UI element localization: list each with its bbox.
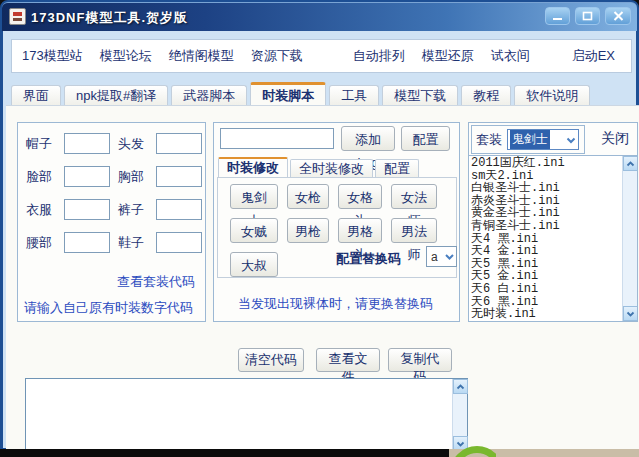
menu-item-jueqingge-models[interactable]: 绝情阁模型 (169, 47, 234, 65)
menu-item-model-forum[interactable]: 模型论坛 (100, 47, 152, 65)
class-button-female-thief[interactable]: 女贼 (230, 218, 278, 243)
fashion-code-fields: 帽子 头发 脸部 胸部 衣服 裤子 腰部 鞋子 (26, 133, 198, 253)
waist-label: 腰部 (26, 234, 56, 252)
chevron-down-icon (626, 310, 635, 318)
menu-item-resource-download[interactable]: 资源下载 (251, 47, 303, 65)
chest-label: 胸部 (118, 168, 148, 186)
copy-code-button[interactable]: 复制代码 (388, 348, 452, 372)
list-item[interactable]: 天4 金.ini (471, 245, 621, 258)
code-entry-hint: 请输入自己原有时装数字代码 (24, 299, 193, 317)
clothes-input[interactable] (64, 199, 110, 220)
app-window: 173DNF模型工具.贺岁版 173模型站 模型论坛 绝情阁模型 资源下载 自动… (0, 0, 639, 451)
tab-weapon-script[interactable]: 武器脚本 (171, 85, 247, 106)
img-path-input[interactable] (220, 128, 334, 149)
minimize-button[interactable] (545, 7, 570, 25)
tab-tutorial[interactable]: 教程 (461, 85, 511, 106)
clothes-label: 衣服 (26, 201, 56, 219)
menu-bar: 173模型站 模型论坛 绝情阁模型 资源下载 自动排列 模型还原 试衣间 启动E… (11, 39, 632, 73)
window-title: 173DNF模型工具.贺岁版 (31, 9, 188, 27)
chevron-up-icon (456, 383, 465, 391)
scroll-up-button[interactable] (453, 379, 468, 394)
tab-model-download[interactable]: 模型下载 (382, 85, 458, 106)
config-button[interactable]: 配置 (401, 126, 450, 151)
close-icon (613, 11, 624, 21)
waist-input[interactable] (64, 232, 110, 253)
code-entry-box: 帽子 头发 脸部 胸部 衣服 裤子 腰部 鞋子 查看套装代码 请输入自己原有时装… (17, 122, 206, 322)
face-label: 脸部 (26, 168, 56, 186)
view-file-button[interactable]: 查看文件 (316, 348, 380, 372)
clear-code-button[interactable]: 清空代码 (238, 348, 304, 372)
class-button-female-fighter[interactable]: 女格斗 (338, 184, 382, 209)
hat-input[interactable] (64, 133, 110, 154)
close-button[interactable] (605, 7, 631, 25)
chest-input[interactable] (156, 166, 202, 187)
list-item[interactable]: 白银圣斗士.ini (471, 182, 621, 195)
tab-tools[interactable]: 工具 (329, 85, 379, 106)
replace-code-label: 配置替换码 (336, 250, 401, 268)
close-suit-button[interactable]: 关闭 (601, 130, 629, 148)
tab-software-info[interactable]: 软件说明 (514, 85, 590, 106)
pants-input[interactable] (156, 199, 202, 220)
maximize-icon (582, 11, 593, 21)
scroll-up-button[interactable] (623, 156, 637, 171)
code-output-wrap (25, 378, 468, 452)
class-button-female-gunner[interactable]: 女枪 (287, 184, 329, 209)
desktop-green-swirl-icon (448, 444, 496, 457)
replace-code-value: a (431, 250, 438, 264)
tab-full-fashion-modify[interactable]: 全时装修改 (290, 159, 373, 178)
menu-item-launch-ex[interactable]: 启动EX (572, 47, 615, 65)
chevron-down-icon (564, 133, 578, 147)
output-scrollbar[interactable] (452, 379, 467, 451)
class-button-ghost-knight[interactable]: 鬼剑士 (230, 184, 278, 209)
fashion-script-panel: 帽子 头发 脸部 胸部 衣服 裤子 腰部 鞋子 查看套装代码 请输入自己原有时装… (6, 105, 639, 451)
menu-item-auto-arrange[interactable]: 自动排列 (353, 47, 405, 65)
view-suit-code-link[interactable]: 查看套装代码 (117, 273, 195, 291)
tab-fashion-modify[interactable]: 时装修改 (218, 157, 288, 178)
menu-item-model-restore[interactable]: 模型还原 (422, 47, 474, 65)
hair-label: 头发 (118, 135, 148, 153)
list-item[interactable]: 天6 白.ini (471, 283, 621, 296)
shoes-label: 鞋子 (118, 234, 148, 252)
suit-file-items: 2011国庆红.ini sm天2.ini 白银圣斗士.ini 赤炎圣斗士.ini… (471, 157, 621, 321)
minimize-icon (552, 12, 563, 21)
menu-item-173-model-site[interactable]: 173模型站 (22, 47, 83, 65)
face-input[interactable] (64, 166, 110, 187)
class-button-male-gunner[interactable]: 男枪 (287, 218, 329, 243)
desktop-strip-dark (0, 449, 449, 457)
hat-label: 帽子 (26, 135, 56, 153)
tab-npk-extract-translate[interactable]: npk提取#翻译 (64, 85, 168, 106)
app-icon (9, 8, 26, 25)
list-item[interactable]: 青铜圣斗士.ini (471, 220, 621, 233)
title-bar[interactable]: 173DNF模型工具.贺岁版 (2, 2, 637, 31)
shoes-input[interactable] (156, 232, 202, 253)
suit-label: 套装 (476, 131, 502, 149)
suit-select-group: 套装 鬼剑士 (471, 125, 585, 154)
class-button-male-mage[interactable]: 男法师 (391, 218, 437, 243)
suit-select[interactable]: 鬼剑士 (507, 129, 579, 150)
menu-item-fitting-room[interactable]: 试衣间 (491, 47, 530, 65)
class-button-uncle[interactable]: 大叔 (230, 252, 278, 277)
maximize-button[interactable] (575, 7, 600, 25)
suit-box: 套装 鬼剑士 关闭 2011国庆红.ini sm天2.ini 白银圣斗士.ini… (468, 122, 638, 322)
code-output-textarea[interactable] (26, 379, 453, 451)
replace-code-select[interactable]: a (426, 246, 457, 267)
nudity-warning-text: 当发现出现裸体时，请更换替换码 (238, 295, 433, 313)
class-button-female-mage[interactable]: 女法师 (391, 184, 437, 209)
inner-tab-strip: 时装修改 全时装修改 配置 (218, 157, 419, 178)
hair-input[interactable] (156, 133, 202, 154)
list-scrollbar[interactable] (622, 156, 637, 321)
pants-label: 裤子 (118, 201, 148, 219)
suit-file-list[interactable]: 2011国庆红.ini sm天2.ini 白银圣斗士.ini 赤炎圣斗士.ini… (469, 155, 637, 321)
tab-fashion-script[interactable]: 时装脚本 (250, 82, 326, 106)
class-button-male-fighter[interactable]: 男格斗 (338, 218, 382, 243)
suit-selected-value: 鬼剑士 (510, 130, 550, 149)
chevron-up-icon (626, 160, 635, 168)
list-item[interactable]: 2011国庆红.ini (471, 157, 621, 170)
scroll-down-button[interactable] (623, 306, 637, 321)
tab-interface[interactable]: 界面 (11, 85, 61, 106)
add-img-button[interactable]: 添加img (341, 126, 395, 151)
list-item[interactable]: 无时装.ini (471, 308, 621, 321)
tab-inner-config[interactable]: 配置 (375, 159, 419, 178)
class-button-panel: 鬼剑士 女枪 女格斗 女法师 女贼 男枪 男格斗 男法师 大叔 配置替换码 a (217, 177, 457, 278)
chevron-down-icon (443, 250, 456, 263)
